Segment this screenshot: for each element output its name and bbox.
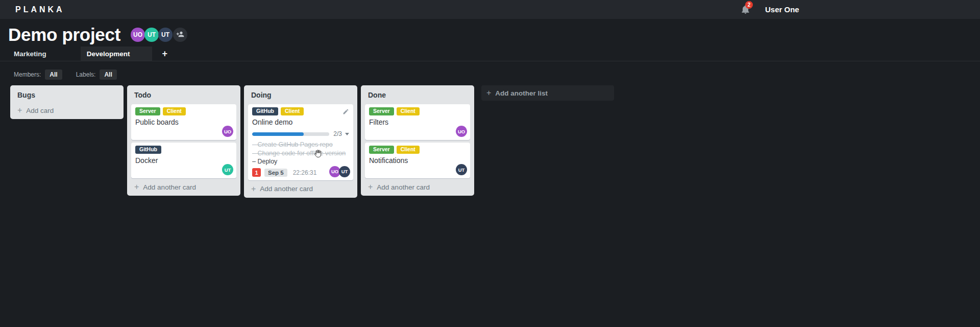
list-name-done[interactable]: Done xyxy=(365,89,470,104)
add-card-button[interactable]: +Add another card xyxy=(131,181,236,193)
add-card-label: Add another card xyxy=(377,183,430,191)
label-server: Server xyxy=(135,107,160,115)
tasks-toggle-caret[interactable] xyxy=(345,133,349,135)
add-list-label: Add another list xyxy=(495,89,548,97)
card-avatar-uo: UO xyxy=(222,126,233,137)
add-card-label: Add card xyxy=(26,107,54,114)
card-online-demo[interactable]: GitHubClientOnline demo2/3– Create GitHu… xyxy=(248,104,353,180)
board-tabs: MarketingDevelopment+ xyxy=(0,46,980,61)
task-list: – Create GitHub Pages repo– Change code … xyxy=(252,141,349,166)
card-title: Filters xyxy=(369,118,466,126)
card-avatars: UT xyxy=(457,164,467,175)
bell-icon xyxy=(741,8,750,16)
project-title: Demo project xyxy=(8,25,120,45)
task-item: – Create GitHub Pages repo xyxy=(252,141,349,149)
list-bugs: Bugs+Add card xyxy=(10,85,124,119)
list-name-doing[interactable]: Doing xyxy=(248,89,353,104)
members-filter-value[interactable]: All xyxy=(45,69,62,80)
project-header: Demo project UOUTUT xyxy=(0,19,980,46)
list-done: DoneServerClientFiltersUOServerClientNot… xyxy=(361,85,474,196)
card-avatars: UO xyxy=(457,126,467,137)
list-todo: TodoServerClientPublic boardsUOGitHubDoc… xyxy=(127,85,240,196)
member-avatar-ut[interactable]: UT xyxy=(158,28,173,42)
task-item: – Change code for offline version xyxy=(252,149,349,158)
add-card-button[interactable]: +Add another card xyxy=(365,181,470,193)
tab-marketing[interactable]: Marketing xyxy=(0,46,60,61)
label-server: Server xyxy=(369,107,394,115)
card-title: Public boards xyxy=(135,118,232,126)
card-notification-badge: 1 xyxy=(252,168,261,177)
user-menu[interactable]: User One xyxy=(765,5,799,14)
card-notifications[interactable]: ServerClientNotificationsUT xyxy=(365,143,470,178)
card-labels: GitHubClient xyxy=(252,107,349,115)
add-list-button[interactable]: +Add another list xyxy=(481,85,614,101)
card-avatar-ut: UT xyxy=(222,164,233,175)
label-github: GitHub xyxy=(252,107,278,115)
board: Bugs+Add cardTodoServerClientPublic boar… xyxy=(10,85,980,198)
progress-count: 2/3 xyxy=(333,130,349,137)
timer-value[interactable]: 22:26:31 xyxy=(293,169,317,176)
filter-bar: Members: All Labels: All xyxy=(14,69,980,80)
notification-badge: 2 xyxy=(745,1,753,9)
plus-icon: + xyxy=(368,183,373,191)
card-avatars: UT xyxy=(224,164,233,175)
tasks-progress: 2/3 xyxy=(252,130,349,137)
top-bar: PLANKA 2 User One xyxy=(0,0,980,19)
plus-icon: + xyxy=(251,185,256,193)
card-avatars: UO xyxy=(224,126,233,137)
progress-bar-track xyxy=(252,132,329,136)
label-server: Server xyxy=(369,146,394,154)
progress-bar-fill xyxy=(252,132,304,136)
labels-filter-label: Labels: xyxy=(76,71,96,78)
edit-card-icon[interactable] xyxy=(342,108,349,115)
due-date-badge[interactable]: Sep 5 xyxy=(264,169,287,177)
card-avatar-ut: UT xyxy=(456,164,467,175)
card-title: Docker xyxy=(135,156,232,165)
members-filter-label: Members: xyxy=(14,71,41,78)
card-avatar-ut: UT xyxy=(339,166,350,177)
person-add-icon xyxy=(176,30,184,40)
card-title: Notifications xyxy=(369,156,466,165)
add-card-label: Add another card xyxy=(260,185,313,193)
label-github: GitHub xyxy=(135,146,161,154)
add-card-label: Add another card xyxy=(143,183,196,191)
add-member-button[interactable] xyxy=(173,28,187,42)
card-labels: ServerClient xyxy=(135,107,232,115)
card-avatar-uo: UO xyxy=(456,126,467,137)
card-filters[interactable]: ServerClientFiltersUO xyxy=(365,104,470,140)
label-client: Client xyxy=(397,107,420,115)
project-members: UOUTUT xyxy=(131,28,172,42)
list-doing: DoingGitHubClientOnline demo2/3– Create … xyxy=(244,85,357,198)
list-name-bugs[interactable]: Bugs xyxy=(14,89,119,104)
add-card-button[interactable]: +Add card xyxy=(14,104,119,116)
tab-development[interactable]: Development xyxy=(81,46,152,61)
task-item: – Deploy xyxy=(252,157,349,166)
member-avatar-uo[interactable]: UO xyxy=(131,28,145,42)
label-client: Client xyxy=(281,107,304,115)
card-docker[interactable]: GitHubDockerUT xyxy=(131,143,236,178)
add-board-button[interactable]: + xyxy=(158,46,172,61)
top-bar-actions: 2 User One xyxy=(741,0,799,19)
card-labels: ServerClient xyxy=(369,107,466,115)
card-labels: GitHub xyxy=(135,146,232,154)
card-avatars: UOUT xyxy=(331,166,350,177)
label-client: Client xyxy=(397,146,420,154)
card-public-boards[interactable]: ServerClientPublic boardsUO xyxy=(131,104,236,140)
member-avatar-ut[interactable]: UT xyxy=(144,28,159,42)
plus-icon: + xyxy=(17,106,22,114)
card-labels: ServerClient xyxy=(369,146,466,154)
card-title: Online demo xyxy=(252,118,349,126)
labels-filter-value[interactable]: All xyxy=(100,69,116,80)
list-name-todo[interactable]: Todo xyxy=(131,89,236,104)
plus-icon: + xyxy=(134,183,139,191)
plus-icon: + xyxy=(486,89,491,97)
notifications-button[interactable]: 2 xyxy=(741,5,751,15)
label-client: Client xyxy=(163,107,186,115)
app-logo[interactable]: PLANKA xyxy=(15,5,65,14)
add-card-button[interactable]: +Add another card xyxy=(248,183,353,195)
